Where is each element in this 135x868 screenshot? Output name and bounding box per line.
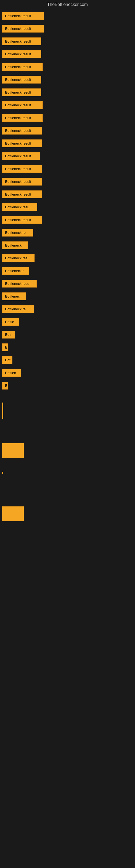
bottleneck-item: Bottleneck result — [2, 37, 41, 45]
bottleneck-item: Bottleneck result — [2, 114, 43, 122]
bottleneck-item: Bottleneck result — [2, 178, 42, 186]
bottleneck-item: Bottleneck result — [2, 165, 42, 173]
bottleneck-item: Bottleneck result — [2, 76, 41, 84]
bottom-bar-1 — [2, 403, 3, 419]
bottleneck-item: Bottleneck result — [2, 101, 43, 109]
bottom-section — [0, 403, 135, 521]
bottleneck-item: Bottleneck — [2, 241, 28, 249]
bottleneck-item: Bottleneck re — [2, 229, 33, 237]
bottleneck-item: Bottleneck result — [2, 190, 42, 198]
bottleneck-item: Bott — [2, 331, 15, 339]
bottleneck-item: Bottleneck resu — [2, 280, 37, 287]
bottleneck-item: Bottleneck result — [2, 25, 44, 33]
bottleneck-item: Bottleneck result — [2, 140, 42, 147]
bottleneck-item: Bottleneck result — [2, 216, 42, 224]
bottleneck-item: Bottlen — [2, 369, 21, 377]
bottom-bar-2 — [2, 472, 3, 474]
site-title: TheBottlenecker.com — [0, 0, 135, 9]
bottleneck-item: Bot — [2, 356, 12, 364]
bottleneck-item: B — [2, 343, 8, 351]
bottleneck-item: Bottleneck r — [2, 267, 29, 275]
bottleneck-item: Bottleneck resu — [2, 203, 37, 211]
bottleneck-item: Bottleneck result — [2, 152, 40, 160]
bottleneck-item: Bottleneck result — [2, 88, 41, 96]
bottleneck-item: Bottleneck result — [2, 50, 41, 58]
bottleneck-item: Bottleneck result — [2, 12, 44, 20]
bottleneck-item: Bottleneck result — [2, 63, 43, 71]
bottleneck-item: Bottle — [2, 318, 19, 326]
items-container: Bottleneck resultBottleneck resultBottle… — [0, 9, 135, 397]
bottom-block-2 — [2, 506, 24, 521]
bottleneck-item: Bottlenec — [2, 292, 26, 300]
bottleneck-item: Bottleneck result — [2, 127, 42, 134]
bottleneck-item: Bottleneck res — [2, 254, 35, 262]
bottleneck-item: Bottleneck re — [2, 305, 34, 313]
bottleneck-item: B — [2, 382, 8, 390]
bottom-block-1 — [2, 443, 24, 458]
